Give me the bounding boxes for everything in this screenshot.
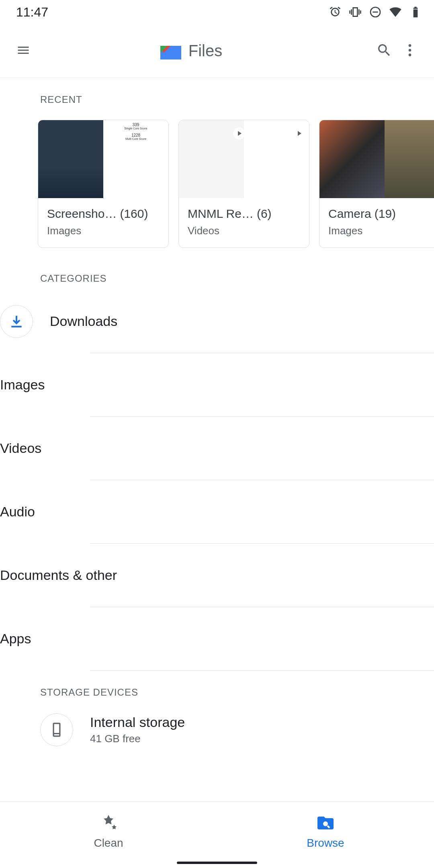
category-apps[interactable]: Apps [0,607,434,670]
category-label: Apps [0,631,31,647]
dnd-icon [369,6,382,18]
svg-point-17 [323,821,328,826]
clean-icon [99,813,118,833]
recent-sub: Videos [188,225,300,237]
recent-card-mnml[interactable]: MNML Re…(6) Videos [178,120,309,248]
status-time: 11:47 [16,5,48,20]
category-label: Images [0,377,45,393]
browse-icon [316,813,335,833]
categories-header: CATEGORIES [0,257,434,290]
status-bar: 11:47 [0,0,434,24]
gesture-handle[interactable] [177,862,257,864]
files-logo-icon [160,43,181,59]
nav-clean[interactable]: Clean [0,802,217,868]
svg-point-9 [409,53,411,56]
recent-card-screenshots[interactable]: 339Single Core Score1228Multi Core Score… [38,120,169,248]
category-videos[interactable]: Videos [0,417,434,480]
recent-count: (19) [375,207,396,221]
recent-name: Camera [328,207,371,221]
phone-icon [49,722,64,737]
search-button[interactable] [371,37,397,65]
category-label: Videos [0,440,41,456]
search-icon [376,42,392,58]
download-icon [9,314,24,329]
storage-internal[interactable]: Internal storage 41 GB free [0,704,434,746]
storage-name: Internal storage [90,714,185,730]
wifi-icon [389,6,402,18]
category-label: Audio [0,504,35,520]
category-label: Downloads [50,313,117,329]
category-images[interactable]: Images [0,353,434,416]
recent-sub: Images [47,225,160,237]
svg-rect-2 [414,9,418,17]
svg-point-7 [409,44,411,47]
svg-point-8 [409,49,411,51]
category-audio[interactable]: Audio [0,480,434,543]
battery-icon [409,6,422,18]
recent-name: Screensho… [47,207,117,221]
recent-list[interactable]: 339Single Core Score1228Multi Core Score… [0,111,434,257]
storage-header: STORAGE DEVICES [0,671,434,704]
nav-browse[interactable]: Browse [217,802,434,868]
category-downloads[interactable]: Downloads [0,290,434,353]
play-icon [233,127,245,139]
recent-count: (160) [120,207,148,221]
recent-sub: Images [328,225,434,237]
bottom-nav: Clean Browse [0,801,434,868]
storage-sub: 41 GB free [90,733,185,745]
play-icon [293,127,305,139]
alarm-icon [329,6,342,18]
category-label: Documents & other [0,567,117,583]
nav-label: Clean [94,837,123,850]
recent-name: MNML Re… [188,207,254,221]
recent-header: RECENT [0,78,434,111]
app-title: Files [188,42,222,60]
recent-card-camera[interactable]: Camera(19) Images [319,120,434,248]
category-documents[interactable]: Documents & other [0,544,434,607]
more-vert-icon [402,42,418,58]
vibrate-icon [349,6,362,18]
recent-count: (6) [257,207,272,221]
svg-rect-15 [53,723,60,736]
nav-label: Browse [307,837,344,850]
status-icons [329,6,422,18]
more-button[interactable] [397,37,423,65]
app-bar: Files [0,24,434,78]
